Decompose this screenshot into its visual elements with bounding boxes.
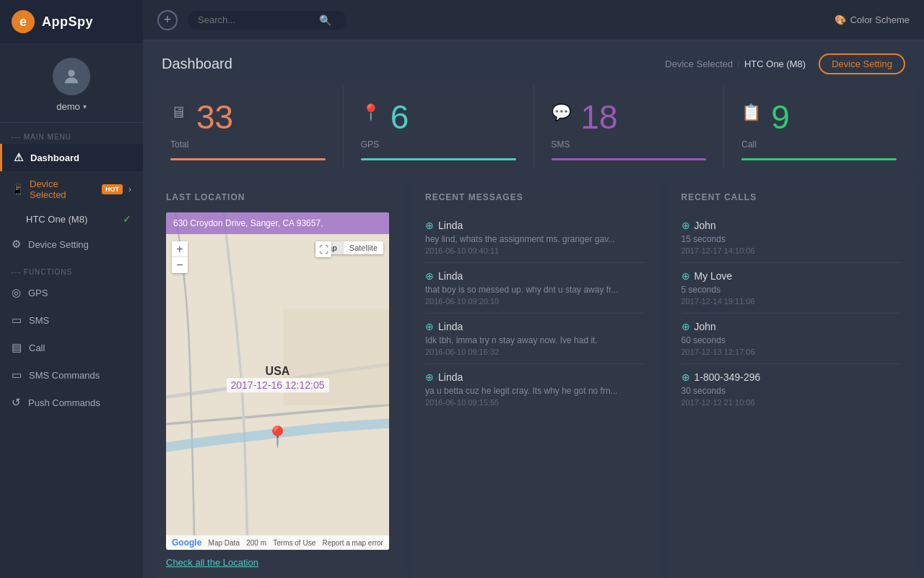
map-footer: Google Map Data 200 m Terms of Use Repor… — [166, 535, 389, 550]
add-button[interactable]: + — [157, 10, 178, 30]
call-item: ⊕John 60 seconds 2017-12-13 12:17:06 — [681, 314, 902, 364]
stat-number-call: 9 — [771, 100, 790, 134]
sidebar-item-call[interactable]: ▤ Call — [0, 334, 143, 361]
map-data-label: Map Data — [209, 539, 240, 547]
call-item: ⊕John 15 seconds 2017-12-17 14:10:06 — [681, 212, 902, 263]
sms-icon: ▭ — [12, 314, 22, 327]
search-icon: 🔍 — [319, 14, 331, 26]
dashboard-header: Dashboard Device Selected / HTC One (M8)… — [143, 40, 924, 85]
sidebar-item-sms-commands[interactable]: ▭ SMS Commands — [0, 361, 143, 389]
sidebar-item-gps[interactable]: ◎ GPS — [0, 279, 143, 306]
gps-icon: ◎ — [12, 286, 21, 299]
sidebar-item-label: SMS Commands — [29, 370, 100, 381]
push-commands-icon: ↺ — [12, 396, 21, 409]
recent-calls-title: RECENT CALLS — [681, 192, 902, 202]
topbar: + 🔍 🎨 Color Scheme — [143, 0, 924, 40]
stat-card-total: 🖥 33 Total — [153, 85, 344, 169]
call-contact-icon: ⊕ — [681, 321, 690, 332]
map-scale: 200 m — [246, 539, 266, 547]
call-time: 2017-12-14 19:11:06 — [681, 297, 902, 306]
stat-bar-total — [170, 158, 326, 160]
map-country: USA — [227, 365, 329, 378]
map-zoom-controls[interactable]: + − — [172, 241, 188, 273]
device-setting-button[interactable]: Device Setting — [819, 53, 905, 74]
map-datetime: 2017-12-16 12:12:05 — [227, 378, 329, 392]
page-title: Dashboard — [162, 56, 232, 72]
report-link[interactable]: Report a map error — [322, 539, 383, 547]
call-name-label: John — [694, 321, 716, 332]
msg-time: 2016-06-10 09:15:55 — [425, 398, 645, 407]
sidebar-device-item[interactable]: HTC One (M8) ✓ — [0, 207, 143, 230]
map-pin-icon: 📍 — [265, 425, 290, 449]
check-all-location-link[interactable]: Check all the Location — [166, 557, 389, 568]
recent-messages-panel: RECENT MESSAGES ⊕Linda hey lind, whats t… — [412, 179, 658, 578]
stat-number-sms: 18 — [581, 100, 618, 134]
call-time: 2017-12-12 21:10:06 — [681, 398, 902, 407]
sidebar-item-dashboard[interactable]: ⚠ Dashboard — [0, 144, 143, 171]
color-scheme-icon: 🎨 — [834, 14, 846, 25]
sidebar-item-device-setting[interactable]: ⚙ Device Setting — [0, 230, 143, 258]
user-caret-icon: ▾ — [83, 103, 87, 111]
dashboard-icon: ⚠ — [14, 151, 23, 164]
msg-sender-name: Linda — [438, 371, 463, 383]
msg-time: 2016-06-10 09:20:10 — [425, 297, 645, 306]
app-logo: e — [12, 10, 35, 33]
recent-messages-title: RECENT MESSAGES — [425, 192, 645, 202]
msg-text: that boy is so messed up. why dnt u stay… — [425, 285, 627, 295]
sidebar-item-label: Dashboard — [30, 152, 79, 163]
msg-time: 2016-06-10 09:40:11 — [425, 246, 645, 255]
sidebar-item-push-commands[interactable]: ↺ Push Commands — [0, 389, 143, 416]
main-content: + 🔍 🎨 Color Scheme Dashboard Device Sele… — [143, 0, 924, 578]
sidebar-item-label: Push Commands — [28, 397, 100, 408]
google-logo: Google — [172, 538, 201, 548]
sidebar-header: e AppSpy — [0, 0, 143, 43]
last-location-panel: LAST LOCATION — [153, 179, 402, 578]
color-scheme-button[interactable]: 🎨 Color Scheme — [834, 14, 910, 25]
map-center-info: USA 2017-12-16 12:12:05 — [227, 365, 329, 392]
map-fullscreen-button[interactable]: ⛶ — [315, 241, 331, 257]
call-time: 2017-12-17 14:10:06 — [681, 246, 902, 255]
call-contact-icon: ⊕ — [681, 371, 690, 383]
stat-card-call: 📋 9 Call — [724, 85, 914, 169]
search-input[interactable] — [198, 14, 313, 25]
stat-number-total: 33 — [196, 100, 233, 134]
add-icon: + — [164, 12, 172, 27]
total-icon: 🖥 — [170, 103, 186, 122]
breadcrumb-device-name: HTC One (M8) — [744, 59, 806, 69]
map-container: 630 Croydon Drive, Sanger, CA 93657, + −… — [166, 212, 389, 550]
app-name: AppSpy — [42, 14, 93, 30]
call-contact-icon: ⊕ — [681, 220, 690, 231]
user-name[interactable]: demo ▾ — [56, 101, 87, 112]
zoom-out-button[interactable]: − — [172, 257, 188, 273]
message-item: ⊕Linda that boy is so messed up. why dnt… — [425, 263, 645, 314]
chevron-right-icon: › — [128, 184, 131, 194]
sms-stat-icon: 💬 — [552, 103, 571, 122]
msg-sender-name: Linda — [438, 270, 463, 282]
call-icon: ▤ — [12, 341, 22, 354]
breadcrumb: Device Selected / HTC One (M8) — [665, 59, 806, 69]
search-box: 🔍 — [188, 11, 346, 30]
map-type-satellite-button[interactable]: Satellite — [344, 241, 383, 254]
call-duration: 5 seconds — [681, 285, 902, 295]
sidebar-item-device-selected[interactable]: 📱 Device Selected HOT › — [0, 171, 143, 207]
sidebar-item-sms[interactable]: ▭ SMS — [0, 306, 143, 334]
message-item: ⊕Linda Idk tbh, imma try n stay away now… — [425, 314, 645, 364]
terms-link[interactable]: Terms of Use — [273, 539, 315, 547]
stat-label-gps: GPS — [361, 139, 516, 150]
functions-label: --- FUNCTIONS — [0, 258, 143, 279]
stat-number-gps: 6 — [391, 100, 409, 134]
call-name-label: John — [694, 220, 716, 231]
msg-sender-name: Linda — [438, 220, 463, 231]
content-row: LAST LOCATION — [153, 179, 914, 578]
map-address-overlay: 630 Croydon Drive, Sanger, CA 93657, — [166, 212, 389, 234]
sms-commands-icon: ▭ — [12, 368, 22, 381]
msg-text: Idk tbh, imma try n stay away now. Ive h… — [425, 335, 627, 345]
msg-text: ya u betta cuz he legit cray. Its why he… — [425, 386, 627, 396]
sidebar-item-label: GPS — [28, 288, 48, 298]
stats-row: 🖥 33 Total 📍 6 GPS 💬 18 SMS — [153, 85, 914, 169]
stat-card-sms: 💬 18 SMS — [534, 85, 725, 169]
call-duration: 60 seconds — [681, 335, 902, 345]
zoom-in-button[interactable]: + — [172, 241, 188, 257]
call-stat-icon: 📋 — [741, 103, 761, 122]
call-duration: 30 seconds — [681, 386, 902, 396]
